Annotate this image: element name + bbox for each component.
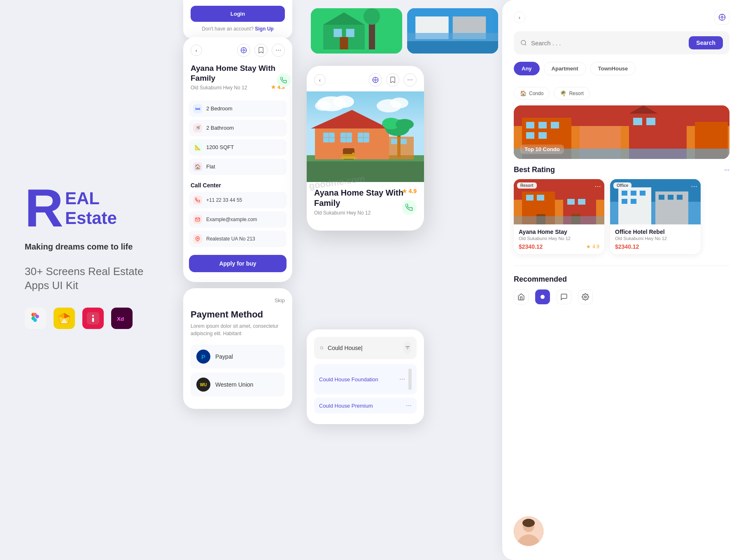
wu-logo: WU [196, 378, 210, 392]
main-back-button[interactable]: ‹ [314, 74, 326, 86]
rp-search-icon [520, 40, 527, 46]
rp-search-button[interactable]: Search [689, 36, 723, 49]
svg-rect-62 [343, 154, 354, 156]
rp-search-bar: Search [514, 31, 729, 54]
svg-point-1 [35, 315, 39, 318]
svg-rect-114 [640, 191, 645, 196]
brand-estate: Estate [65, 208, 117, 228]
skip-link[interactable]: Skip [191, 297, 285, 303]
card-more-2[interactable]: ⋯ [691, 182, 697, 190]
rec-chat-icon[interactable] [557, 289, 571, 304]
payment-description: Lorem ipsum dolor sit amet, consectetur … [191, 322, 285, 337]
category-tab-row: 🏠 Condo 🌴 Resort [502, 83, 741, 105]
resort-label: Resort [569, 91, 583, 96]
search-input[interactable] [328, 345, 400, 351]
card-body-2: Office Hotel Rebel Old Sukabumi Hwy No 1… [610, 224, 701, 254]
card-resort-1: Resort ⋯ Ayana Home Stay Old Sukabumi Hw… [514, 179, 604, 254]
filter-icon-btn[interactable] [404, 342, 411, 354]
svg-point-76 [721, 16, 723, 19]
target-icon-btn[interactable] [237, 44, 250, 57]
email-address: Example@xample.com [206, 217, 257, 222]
rec-home-icon[interactable] [514, 289, 529, 304]
cat-tab-resort[interactable]: 🌴 Resort [554, 87, 590, 100]
filter-tab-any[interactable]: Any [514, 62, 540, 75]
svg-rect-68 [391, 139, 397, 144]
back-button[interactable]: ‹ [191, 44, 202, 56]
brand-tagline: Making dreams come to life [25, 242, 165, 252]
western-union-method[interactable]: WU Western Union [191, 373, 285, 397]
more-icon-btn[interactable]: ⋯ [272, 44, 285, 57]
bedroom-label: 2 Bedroom [206, 105, 233, 112]
filter-tab-apartment[interactable]: Apartment [544, 62, 586, 75]
main-rating-value: 4.9 [409, 188, 417, 194]
card-more-1[interactable]: ⋯ [594, 182, 601, 190]
call-center-title: Call Center [183, 178, 292, 192]
svg-point-9 [92, 315, 94, 317]
property-info: Ayana Home Stay With Family Old Sukabumi… [183, 61, 292, 100]
phone-call-btn[interactable] [277, 73, 291, 87]
location-address: Realestate UA No 213 [206, 236, 255, 242]
card-body-1: Ayana Home Stay Old Sukabumi Hwy No 12 $… [514, 224, 604, 254]
figma-icon [25, 308, 46, 329]
feature-bedroom: 🛏 2 Bedroom [189, 100, 287, 117]
signup-link[interactable]: Sign Up [255, 26, 273, 32]
cat-tab-condo[interactable]: 🏠 Condo [514, 87, 550, 100]
rp-back-button[interactable]: ‹ [514, 12, 525, 23]
svg-point-43 [315, 101, 331, 111]
card-address-2: Old Sukabumi Hwy No 12 [615, 236, 696, 241]
tool-icons-row: Xd [25, 308, 165, 329]
featured-image: Top 10 Condo [514, 105, 729, 159]
login-button[interactable]: Login [191, 6, 285, 22]
suggestion-premium[interactable]: Could House Premium ⋯ [314, 398, 417, 413]
svg-rect-103 [567, 199, 575, 205]
feature-area: 📐 1200 SQFT [189, 139, 287, 156]
svg-rect-117 [659, 195, 664, 200]
featured-label-overlay: Top 10 Condo [520, 145, 564, 154]
rec-settings-icon[interactable] [578, 289, 593, 304]
rp-search-input[interactable] [531, 40, 685, 47]
see-all-best-rating[interactable]: ⋯ [724, 167, 729, 173]
login-snippet: Login Don't have an account? Sign Up [183, 0, 292, 38]
featured-label: Top 10 Condo [524, 146, 560, 152]
bookmark-icon-btn[interactable] [254, 44, 268, 57]
phone-icon [193, 196, 202, 205]
rec-active-icon[interactable] [535, 289, 550, 304]
main-more-btn[interactable]: ⋯ [403, 73, 417, 86]
svg-point-70 [320, 347, 323, 349]
wu-label: Western Union [215, 381, 253, 388]
paypal-method[interactable]: P Paypal [191, 345, 285, 369]
top-banners [307, 0, 502, 62]
card-star-1: ★ [586, 244, 591, 250]
svg-rect-101 [526, 195, 534, 201]
svg-point-45 [390, 98, 408, 108]
main-target-btn[interactable] [369, 73, 382, 86]
signup-text: Don't have an account? Sign Up [191, 26, 285, 32]
paypal-logo: P [196, 350, 210, 364]
banner-resort [311, 8, 402, 54]
main-star-icon: ★ [402, 188, 407, 194]
brand-r-letter: R [25, 181, 63, 235]
card-type-office: Office [613, 182, 631, 189]
card-price-1: $2340.12 [519, 243, 543, 250]
main-phone-btn[interactable] [402, 200, 417, 215]
email-icon [193, 215, 202, 224]
banner-pool [407, 8, 499, 54]
area-label: 1200 SQFT [206, 144, 234, 150]
bathroom-label: 2 Bathroom [206, 125, 234, 131]
property-title: Ayana Home Stay With Family [191, 63, 285, 83]
condo-icon: 🏠 [520, 90, 527, 96]
svg-rect-89 [526, 122, 534, 128]
svg-rect-90 [538, 122, 547, 128]
svg-rect-102 [537, 195, 544, 201]
rp-target-icon[interactable] [715, 10, 729, 25]
suggestion-foundation[interactable]: Could House Foundation ⋯ [314, 364, 417, 394]
filter-tab-townhouse[interactable]: TownHouse [590, 62, 636, 75]
apply-for-buy-button[interactable]: Apply for buy [189, 255, 287, 272]
card-price-2: $2340.12 [615, 243, 696, 250]
paypal-label: Paypal [215, 353, 233, 360]
rp-nav-icons [715, 10, 729, 25]
svg-rect-32 [407, 33, 499, 41]
suggestion-text-1: Could House Foundation [319, 376, 378, 383]
star-icon: ★ [271, 84, 276, 90]
main-bookmark-btn[interactable] [386, 73, 399, 86]
